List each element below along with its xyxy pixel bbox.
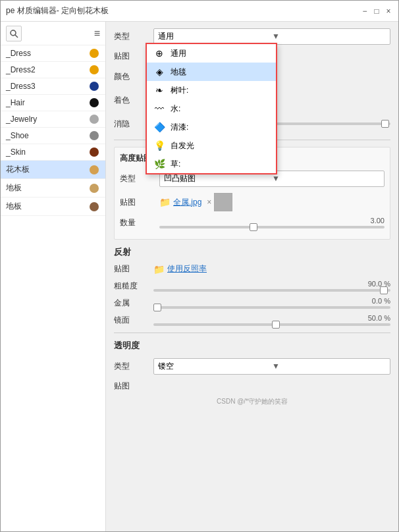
minimize-button[interactable]: − [360, 7, 369, 16]
sidebar-item-color-0 [90, 49, 99, 58]
mirror-value: 50.0 % [368, 314, 390, 322]
sidebar-item-5[interactable]: _Shoe [1, 128, 105, 144]
svg-line-1 [15, 35, 18, 38]
dropdown-item-label-3: 水: [171, 103, 180, 115]
sidebar-item-6[interactable]: _Skin [1, 144, 105, 161]
sidebar-item-7[interactable]: 花木板 [1, 161, 105, 179]
sidebar-items-list: _Dress_Dress2_Dress3_Hair_Jewelry_Shoe_S… [1, 45, 105, 531]
metal-row: 金属 0.0 % [114, 297, 390, 309]
type-dropdown[interactable]: ⊕通用◈地毯❧树叶:〰水:🔷清漆:💡自发光🌿草: [146, 43, 277, 174]
bump-texture-label: 贴图 [120, 197, 159, 208]
dropdown-item-icon-0: ⊕ [153, 47, 165, 59]
sidebar-item-name-5: _Shoe [6, 131, 90, 140]
opacity-thumb[interactable] [381, 120, 389, 128]
metal-slider[interactable] [153, 306, 390, 309]
sidebar-item-color-6 [90, 147, 99, 157]
sidebar-item-name-8: 地板 [6, 182, 90, 194]
sidebar-item-4[interactable]: _Jewelry [1, 111, 105, 128]
transparency-chevron-icon: ▼ [272, 361, 386, 371]
sidebar-item-color-8 [90, 184, 99, 193]
roughness-thumb[interactable] [380, 286, 388, 294]
mirror-container: 50.0 % [153, 314, 390, 326]
close-button[interactable]: × [384, 7, 393, 16]
transparency-texture-row: 贴图 [114, 381, 390, 392]
type-select-value: 通用 [158, 31, 272, 42]
dropdown-item-icon-2: ❧ [153, 84, 165, 96]
sidebar-item-2[interactable]: _Dress3 [1, 78, 105, 95]
bump-texture-close[interactable]: × [207, 198, 211, 207]
maximize-button[interactable]: □ [372, 7, 381, 16]
sidebar-item-1[interactable]: _Dress2 [1, 62, 105, 78]
roughness-row: 粗糙度 90.0 % [114, 280, 390, 292]
dropdown-item-0[interactable]: ⊕通用 [147, 44, 276, 63]
bump-texture-content: 📁 全属.jpg × [159, 193, 385, 211]
bump-type-value: 凹凸贴图 [164, 173, 272, 184]
divider-2 [114, 332, 390, 333]
opacity-slider[interactable] [272, 122, 390, 125]
type-select[interactable]: 通用 ▼ [153, 28, 390, 45]
bump-count-thumb[interactable] [250, 223, 257, 231]
title-controls: − □ × [360, 7, 393, 16]
bump-count-row: 数量 3.00 [120, 217, 385, 228]
bump-texture-thumb [214, 193, 232, 211]
main-window: pe 材质编辑器- 定向刨花木板 − □ × ≡ _Dress_Dress [0, 0, 399, 532]
menu-icon[interactable]: ≡ [94, 28, 100, 40]
mirror-slider[interactable] [153, 323, 390, 326]
dropdown-item-icon-6: 🌿 [153, 158, 165, 170]
sidebar-item-name-0: _Dress [6, 49, 90, 58]
transparency-type-select[interactable]: 镂空 ▼ [153, 358, 390, 375]
sidebar-item-0[interactable]: _Dress [1, 45, 105, 62]
dropdown-item-label-5: 自发光 [171, 140, 194, 151]
reflection-texture-content: 📁 使用反照率 [153, 263, 390, 275]
sidebar-item-3[interactable]: _Hair [1, 95, 105, 111]
sidebar-item-name-7: 花木板 [6, 164, 90, 175]
bump-count-container: 3.00 [159, 217, 385, 228]
dropdown-item-icon-1: ◈ [153, 66, 165, 78]
bump-count-value-row: 3.00 [159, 217, 385, 225]
sidebar-item-8[interactable]: 地板 [1, 179, 105, 198]
sidebar-item-name-6: _Skin [6, 147, 90, 157]
sidebar-toolbar: ≡ [1, 22, 105, 45]
title-bar-left: pe 材质编辑器- 定向刨花木板 [6, 5, 109, 16]
roughness-slider[interactable] [153, 289, 390, 292]
sidebar-item-9[interactable]: 地板 [1, 198, 105, 216]
bump-count-slider[interactable] [159, 226, 385, 228]
sidebar-item-name-3: _Hair [6, 98, 90, 107]
metal-thumb[interactable] [153, 304, 161, 311]
mirror-thumb[interactable] [272, 321, 280, 329]
title-bar: pe 材质编辑器- 定向刨花木板 − □ × [1, 1, 398, 22]
reflection-folder-icon: 📁 [153, 264, 165, 275]
dropdown-item-2[interactable]: ❧树叶: [147, 81, 276, 99]
dropdown-item-label-2: 树叶: [171, 85, 188, 96]
search-button[interactable] [6, 26, 22, 41]
metal-container: 0.0 % [153, 297, 390, 309]
reflection-texture-label: 贴图 [114, 263, 153, 275]
sidebar-item-color-3 [90, 98, 99, 107]
dropdown-item-label-4: 清漆: [171, 122, 188, 133]
bump-texture-link[interactable]: 全属.jpg [173, 197, 201, 208]
transparency-title: 透明度 [114, 340, 390, 352]
dropdown-item-label-6: 草: [171, 159, 180, 170]
chevron-down-icon: ▼ [272, 32, 386, 41]
sidebar-item-color-5 [90, 131, 99, 140]
transparency-type-row: 类型 镂空 ▼ [114, 357, 390, 375]
type-control: 通用 ▼ [153, 28, 390, 45]
dropdown-item-5[interactable]: 💡自发光 [147, 136, 276, 155]
transparency-texture-label: 贴图 [114, 381, 153, 392]
dropdown-item-6[interactable]: 🌿草: [147, 155, 276, 173]
sidebar-item-color-2 [90, 82, 99, 91]
dropdown-item-1[interactable]: ◈地毯 [147, 63, 276, 81]
svg-point-0 [11, 30, 16, 36]
roughness-container: 90.0 % [153, 280, 390, 292]
reflection-texture-row: 贴图 📁 使用反照率 [114, 263, 390, 275]
search-icon [9, 29, 18, 38]
reflection-texture-link[interactable]: 使用反照率 [167, 263, 207, 275]
sidebar-item-name-4: _Jewelry [6, 115, 90, 124]
transparency-type-value: 镂空 [158, 361, 272, 372]
sidebar-item-color-7 [90, 165, 99, 174]
dropdown-item-3[interactable]: 〰水: [147, 99, 276, 118]
dropdown-item-4[interactable]: 🔷清漆: [147, 118, 276, 136]
reflection-title: 反射 [114, 246, 390, 258]
sidebar-item-name-2: _Dress3 [6, 82, 90, 91]
sidebar-item-name-1: _Dress2 [6, 65, 90, 74]
